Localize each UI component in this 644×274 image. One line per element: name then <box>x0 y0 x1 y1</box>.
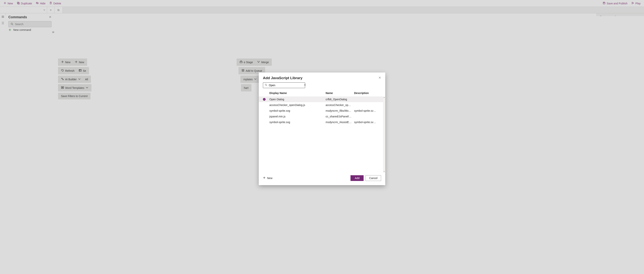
library-search-input[interactable] <box>269 84 302 87</box>
row-check[interactable]: ✓ <box>263 98 270 101</box>
scroll-down-arrow[interactable] <box>383 171 385 173</box>
close-icon[interactable] <box>378 76 381 80</box>
row-description: symbol-sprite.sv… <box>354 109 381 112</box>
th-display-name[interactable]: Display Name <box>270 91 326 95</box>
library-search[interactable] <box>263 82 305 88</box>
scrollbar-track <box>383 96 385 173</box>
plus-icon <box>263 176 266 180</box>
library-row[interactable]: symbol-sprite.svgmsdyncrm_/AssistEditCo…… <box>259 119 385 125</box>
row-display: symbol-sprite.svg <box>270 121 326 124</box>
scroll-up-arrow[interactable] <box>383 96 385 98</box>
row-name: msdyncrm_/libs/Monaco… <box>326 109 354 112</box>
row-display: accessChecker_openDialog.js <box>270 103 326 106</box>
library-row[interactable]: accessChecker_openDialog.jsaccessChecker… <box>259 102 385 108</box>
library-table: ✓Open Dialogcrfb6_OpenDialogaccessChecke… <box>259 96 385 173</box>
svg-point-15 <box>265 84 266 85</box>
add-js-library-dialog: Add JavaScript Library Display Name Name… <box>259 72 385 185</box>
row-name: msdyncrm_/AssistEditCo… <box>326 121 354 124</box>
clear-icon[interactable] <box>304 84 306 87</box>
th-name[interactable]: Name <box>326 91 354 95</box>
row-description: symbol-sprite.sv… <box>354 121 381 124</box>
row-name: accessChecker_openDial… <box>326 103 354 106</box>
new-library-button[interactable]: New <box>263 176 272 180</box>
new-label: New <box>267 177 272 180</box>
cancel-button[interactable]: Cancel <box>366 175 381 181</box>
library-row[interactable]: symbol-sprite.svgmsdyncrm_/libs/Monaco…s… <box>259 108 385 114</box>
th-description[interactable]: Description <box>354 91 381 95</box>
row-display: symbol-sprite.svg <box>270 109 326 112</box>
row-name: crfb6_OpenDialog <box>326 98 354 101</box>
library-row[interactable]: ✓Open Dialogcrfb6_OpenDialog <box>259 96 385 102</box>
row-display: Open Dialog <box>270 98 326 101</box>
add-button[interactable]: Add <box>350 175 364 181</box>
search-icon <box>265 84 267 87</box>
table-header-row: Display Name Name Description <box>259 90 385 96</box>
library-row[interactable]: jspanel.min.jscc_shared/JsPanel/4.6.0/… <box>259 114 385 119</box>
row-name: cc_shared/JsPanel/4.6.0/… <box>326 115 354 118</box>
modal-title: Add JavaScript Library <box>263 76 302 80</box>
row-display: jspanel.min.js <box>270 115 326 118</box>
